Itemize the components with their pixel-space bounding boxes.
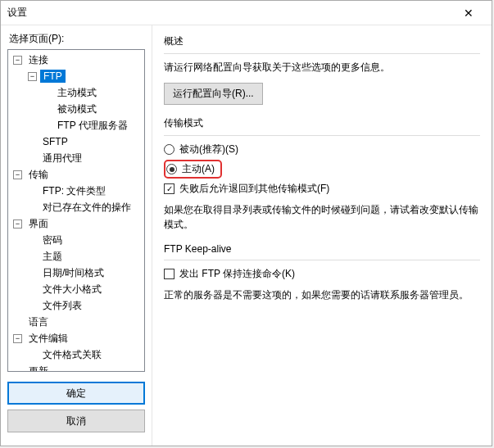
cancel-button[interactable]: 取消 (7, 410, 145, 432)
tree-item-password[interactable]: 密码 (8, 232, 144, 248)
overview-desc: 请运行网络配置向导获取关于这些选项的更多信息。 (164, 61, 480, 75)
run-wizard-button[interactable]: 运行配置向导(R)... (164, 83, 263, 105)
tree-item-passive-mode[interactable]: 被动模式 (8, 101, 144, 117)
checkbox-keepalive[interactable]: 发出 FTP 保持连接命令(K) (164, 267, 480, 281)
tree-item-language[interactable]: 语言 (8, 314, 144, 330)
select-page-label: 选择页面(P): (1, 25, 152, 49)
tree-item-sftp[interactable]: SFTP (8, 133, 144, 150)
radio-active[interactable]: 主动(A) (166, 162, 215, 176)
collapse-icon[interactable]: − (13, 334, 22, 343)
checkbox-icon: ✓ (164, 183, 174, 194)
divider (164, 260, 480, 260)
tree-item-update[interactable]: 更新 (8, 363, 144, 372)
ok-button[interactable]: 确定 (7, 382, 145, 405)
checkbox-icon (164, 269, 174, 279)
tree-item-generic-proxy[interactable]: 通用代理 (8, 150, 144, 166)
keepalive-note: 正常的服务器是不需要这项的，如果您需要的话请联系服务器管理员。 (164, 287, 480, 302)
tree-item-filesize[interactable]: 文件大小格式 (8, 281, 144, 297)
dialog-body: 选择页面(P): − 连接 − FTP 主动模式 (1, 25, 492, 446)
keepalive-title: FTP Keep-alive (164, 243, 480, 255)
tree-item-file-assoc[interactable]: 文件格式关联 (8, 346, 144, 363)
close-button[interactable]: ✕ (452, 2, 485, 25)
tree-root: − 连接 − FTP 主动模式 被动模式 (8, 50, 144, 372)
tree-item-active-mode[interactable]: 主动模式 (8, 84, 144, 101)
tree-item-filelist[interactable]: 文件列表 (8, 297, 144, 314)
tree-item-transfer[interactable]: − 传输 (8, 166, 144, 183)
transfer-mode-section: 传输模式 被动(推荐)(S) 主动(A) ✓ 失败后允许退回到其他传输模式(F) (164, 116, 480, 232)
tree-item-ftp-proxy[interactable]: FTP 代理服务器 (8, 117, 144, 133)
titlebar: 设置 ✕ (1, 1, 492, 25)
transfer-mode-note: 如果您在取得目录列表或传输文件的时候碰到问题，请试着改变默认传输模式。 (164, 202, 480, 232)
divider (164, 135, 480, 136)
collapse-icon[interactable]: − (13, 56, 22, 65)
transfer-mode-title: 传输模式 (164, 116, 480, 130)
checkbox-fallback[interactable]: ✓ 失败后允许退回到其他传输模式(F) (164, 182, 480, 196)
dialog-buttons: 确定 取消 (1, 377, 152, 446)
tree-item-connection[interactable]: − 连接 (8, 52, 144, 68)
left-pane: 选择页面(P): − 连接 − FTP 主动模式 (1, 25, 152, 446)
tree-item-datetime[interactable]: 日期/时间格式 (8, 265, 144, 281)
tree-item-ftp[interactable]: − FTP (8, 68, 144, 84)
radio-passive[interactable]: 被动(推荐)(S) (164, 143, 480, 156)
collapse-icon[interactable]: − (13, 170, 22, 179)
tree-item-file-exists[interactable]: 对已存在文件的操作 (8, 199, 144, 215)
page-tree[interactable]: − 连接 − FTP 主动模式 被动模式 (7, 49, 145, 372)
collapse-icon[interactable]: − (13, 219, 22, 229)
tree-item-ftp-filetypes[interactable]: FTP: 文件类型 (8, 183, 144, 199)
settings-dialog: 设置 ✕ 选择页面(P): − 连接 − FTP (0, 0, 492, 446)
divider (164, 53, 480, 54)
tree-item-file-edit[interactable]: − 文件编辑 (8, 330, 144, 346)
collapse-icon[interactable]: − (28, 72, 37, 81)
highlight-active: 主动(A) (164, 160, 222, 179)
radio-icon (166, 164, 177, 174)
tree-item-theme[interactable]: 主题 (8, 248, 144, 265)
right-pane: 概述 请运行网络配置向导获取关于这些选项的更多信息。 运行配置向导(R)... … (152, 25, 492, 446)
window-title: 设置 (7, 6, 452, 20)
overview-section: 概述 请运行网络配置向导获取关于这些选项的更多信息。 运行配置向导(R)... (164, 34, 480, 105)
tree-item-interface[interactable]: − 界面 (8, 215, 144, 232)
close-icon: ✕ (464, 7, 474, 20)
overview-title: 概述 (164, 34, 480, 48)
keepalive-section: FTP Keep-alive 发出 FTP 保持连接命令(K) 正常的服务器是不… (164, 243, 480, 302)
radio-icon (164, 144, 174, 155)
